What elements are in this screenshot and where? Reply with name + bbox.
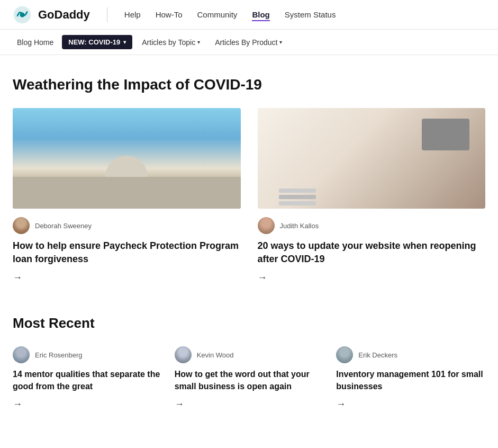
nav-links: Help How-To Community Blog System Status [124, 10, 336, 20]
recent-article-2-author-row: Kevin Wood [175, 346, 324, 363]
covid-label: NEW: COVID-19 [68, 38, 120, 46]
workspace-image [258, 108, 486, 209]
recent-article-3: Erik Deckers Inventory management 101 fo… [336, 346, 485, 410]
recent-article-3-title: Inventory management 101 for small busin… [336, 369, 485, 392]
recent-article-1-title: 14 mentor qualities that separate the go… [13, 369, 162, 392]
recent-article-1: Eric Rosenberg 14 mentor qualities that … [13, 346, 162, 410]
featured-article-2-image [258, 108, 486, 209]
topic-chevron-icon: ▾ [197, 39, 200, 45]
covid-dropdown[interactable]: NEW: COVID-19 ▾ [62, 35, 132, 49]
sub-navigation: Blog Home NEW: COVID-19 ▾ Articles by To… [0, 30, 498, 55]
featured-article-1-author-row: Deborah Sweeney [13, 217, 241, 234]
avatar-eric [13, 346, 30, 363]
avatar-kevin [175, 346, 192, 363]
featured-article-1: Deborah Sweeney How to help ensure Paych… [13, 108, 241, 283]
recent-article-3-arrow[interactable]: → [336, 399, 346, 410]
blog-home-link[interactable]: Blog Home [13, 36, 58, 49]
articles-by-product-label: Articles By Product [215, 38, 277, 47]
featured-article-1-image [13, 108, 241, 209]
nav-item-howto[interactable]: How-To [156, 10, 183, 20]
featured-article-2-arrow[interactable]: → [258, 272, 267, 283]
nav-divider [107, 7, 107, 22]
featured-article-2-title: 20 ways to update your website when reop… [258, 239, 486, 266]
recent-article-2: Kevin Wood How to get the word out that … [175, 346, 324, 410]
most-recent-title: Most Recent [13, 315, 485, 331]
nav-item-help[interactable]: Help [124, 10, 141, 20]
most-recent-grid: Eric Rosenberg 14 mentor qualities that … [13, 346, 485, 410]
avatar-erikd [336, 346, 353, 363]
nav-item-blog[interactable]: Blog [252, 10, 269, 20]
recent-article-2-title: How to get the word out that your small … [175, 369, 324, 392]
recent-article-2-arrow[interactable]: → [175, 399, 184, 410]
top-navigation: GoDaddy Help How-To Community Blog Syste… [0, 0, 498, 30]
featured-article-1-title: How to help ensure Paycheck Protection P… [13, 239, 241, 266]
articles-by-topic-label: Articles by Topic [142, 38, 195, 47]
author-name-erikd: Erik Deckers [358, 351, 397, 359]
godaddy-logo-icon [13, 5, 32, 24]
featured-section-title: Weathering the Impact of COVID-19 [13, 76, 485, 93]
avatar-judith [258, 217, 275, 234]
recent-article-1-arrow[interactable]: → [13, 399, 22, 410]
featured-articles-grid: Deborah Sweeney How to help ensure Paych… [13, 108, 485, 283]
nav-item-community[interactable]: Community [197, 10, 238, 20]
main-content: Weathering the Impact of COVID-19 Debora… [0, 55, 498, 431]
recent-article-3-author-row: Erik Deckers [336, 346, 485, 363]
featured-article-1-arrow[interactable]: → [13, 272, 22, 283]
articles-by-topic-dropdown[interactable]: Articles by Topic ▾ [137, 36, 205, 49]
capitol-image [13, 108, 241, 209]
nav-item-system-status[interactable]: System Status [285, 10, 336, 20]
svg-point-1 [20, 12, 25, 17]
logo-area[interactable]: GoDaddy [13, 5, 90, 24]
author-name-eric: Eric Rosenberg [35, 351, 83, 359]
recent-article-1-author-row: Eric Rosenberg [13, 346, 162, 363]
product-chevron-icon: ▾ [279, 39, 282, 45]
featured-article-2-author-row: Judith Kallos [258, 217, 486, 234]
covid-chevron-icon: ▾ [123, 39, 126, 45]
articles-by-product-dropdown[interactable]: Articles By Product ▾ [210, 36, 287, 49]
author-name-deborah: Deborah Sweeney [35, 222, 92, 230]
avatar-deborah [13, 217, 30, 234]
featured-article-2: Judith Kallos 20 ways to update your web… [258, 108, 486, 283]
logo-text: GoDaddy [38, 8, 90, 22]
author-name-judith: Judith Kallos [280, 222, 319, 230]
author-name-kevin: Kevin Wood [197, 351, 234, 359]
